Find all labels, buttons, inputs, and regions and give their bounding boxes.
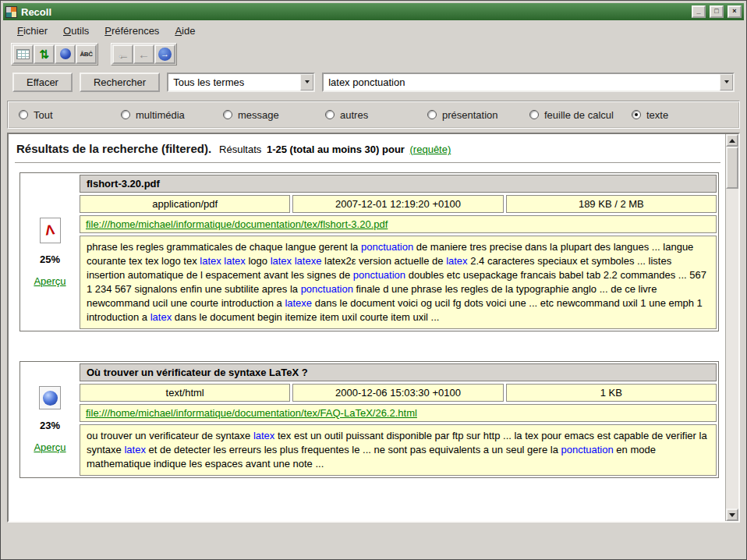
result-url-row: file:///home/michael/informatique/docume… bbox=[80, 404, 717, 422]
next-page-button[interactable]: → bbox=[154, 44, 175, 64]
menu-item-aide[interactable]: Aide bbox=[167, 23, 203, 39]
preview-link[interactable]: Aperçu bbox=[34, 441, 65, 453]
chevron-down-icon bbox=[724, 80, 729, 86]
window-title: Recoll bbox=[21, 6, 688, 18]
search-type-combo[interactable]: Tous les termes bbox=[167, 73, 315, 92]
filter-message[interactable]: message bbox=[223, 109, 325, 121]
filter-label: présentation bbox=[442, 109, 498, 121]
relevance-percent: 23% bbox=[40, 420, 60, 431]
search-row: Effacer Rechercher Tous les termes bbox=[3, 67, 744, 97]
radio-icon bbox=[325, 110, 335, 119]
titlebar[interactable]: Recoll _ □ × bbox=[3, 3, 744, 20]
left-arrow-icon: ← bbox=[138, 48, 150, 60]
filter-texte[interactable]: texte bbox=[632, 109, 668, 121]
toolbar-group-nav: ← ← → bbox=[111, 43, 177, 66]
combo-dropdown-button[interactable] bbox=[300, 74, 313, 90]
result-abstract: ou trouver un verificateur de syntaxe la… bbox=[80, 424, 717, 476]
app-icon bbox=[5, 6, 17, 18]
result-mime: application/pdf bbox=[80, 195, 290, 213]
pdf-file-icon: Λ bbox=[40, 218, 61, 243]
chevron-down-icon bbox=[305, 80, 310, 86]
vertical-scrollbar bbox=[725, 134, 738, 521]
term-explorer-button[interactable]: ÂBĈ bbox=[76, 44, 97, 64]
result-url-link[interactable]: file:///home/michael/informatique/docume… bbox=[86, 218, 388, 230]
relevance-percent: 25% bbox=[40, 253, 60, 265]
filter-panel: Toutmultimédiamessageautresprésentationf… bbox=[7, 101, 740, 129]
history-button[interactable] bbox=[55, 44, 76, 64]
result-url-link[interactable]: file:///home/michael/informatique/docume… bbox=[86, 407, 417, 419]
filter-label: texte bbox=[646, 109, 668, 121]
result-side-panel: 23% Aperçu bbox=[22, 363, 78, 476]
results-summary-prefix: Résultats bbox=[219, 144, 261, 155]
radio-icon bbox=[121, 110, 130, 119]
table-icon bbox=[16, 49, 30, 59]
file-icon: Λ bbox=[40, 218, 61, 243]
recoll-window: Recoll _ □ × Fichier Outils Préférences … bbox=[0, 0, 747, 560]
results-header: Résultats de la recherche (filtered). Ré… bbox=[15, 137, 720, 163]
globe-icon bbox=[43, 391, 58, 406]
search-button[interactable]: Rechercher bbox=[80, 73, 160, 92]
acrobat-glyph-icon: Λ bbox=[44, 222, 56, 239]
radio-icon bbox=[19, 110, 28, 119]
results-summary: Résultats 1-25 (total au moins 30) pour … bbox=[219, 144, 451, 155]
menu-item-outils[interactable]: Outils bbox=[55, 23, 97, 39]
result-main: Où trouver un vérificateur de syntaxe La… bbox=[80, 363, 717, 476]
radio-icon bbox=[632, 110, 641, 119]
result-meta-row: application/pdf 2007-12-01 12:19:20 +010… bbox=[80, 195, 717, 213]
scrollbar-track[interactable] bbox=[726, 189, 738, 509]
radio-icon bbox=[529, 110, 539, 119]
filter-label: multimédia bbox=[136, 109, 185, 121]
menu-item-preferences[interactable]: Préférences bbox=[97, 23, 167, 39]
filter-label: Tout bbox=[34, 109, 53, 121]
result-size: 1 KB bbox=[506, 384, 717, 402]
result-title: Où trouver un vérificateur de syntaxe La… bbox=[80, 363, 717, 381]
clear-button[interactable]: Effacer bbox=[12, 73, 73, 92]
result-side-panel: Λ 25% Aperçu bbox=[22, 175, 78, 329]
first-page-button[interactable]: ← bbox=[112, 44, 133, 64]
scroll-down-button[interactable] bbox=[726, 509, 738, 521]
filter-multimedia[interactable]: multimédia bbox=[121, 109, 223, 121]
filter-tout[interactable]: Tout bbox=[19, 109, 121, 121]
filter-label: message bbox=[238, 109, 279, 121]
results-pane: Résultats de la recherche (filtered). Ré… bbox=[7, 133, 740, 523]
filter-autres[interactable]: autres bbox=[325, 109, 427, 121]
query-link[interactable]: (requête) bbox=[410, 144, 451, 155]
filter-row: Toutmultimédiamessageautresprésentationf… bbox=[3, 97, 744, 133]
preview-link[interactable]: Aperçu bbox=[34, 275, 65, 287]
clear-search-button[interactable] bbox=[12, 44, 34, 64]
toolbar-group-main: ⇅ ÂBĈ bbox=[11, 43, 98, 66]
close-button[interactable]: × bbox=[728, 5, 742, 18]
result-url-row: file:///home/michael/informatique/docume… bbox=[80, 215, 717, 233]
scroll-up-button[interactable] bbox=[726, 134, 738, 147]
radio-icon bbox=[427, 110, 437, 119]
scrollbar-thumb[interactable] bbox=[726, 147, 738, 189]
filter-label: feuille de calcul bbox=[544, 109, 614, 121]
menubar: Fichier Outils Préférences Aide bbox=[3, 20, 744, 41]
refresh-arrows-icon: ⇅ bbox=[39, 48, 49, 60]
filter-label: autres bbox=[340, 109, 368, 121]
toolbar: ⇅ ÂBĈ ← ← → bbox=[3, 41, 744, 67]
search-input[interactable] bbox=[324, 74, 720, 90]
result-size: 189 KB / 2 MB bbox=[506, 195, 717, 213]
maximize-button[interactable]: □ bbox=[710, 5, 724, 18]
filter-presentation[interactable]: présentation bbox=[427, 109, 529, 121]
prev-page-button[interactable]: ← bbox=[133, 44, 154, 64]
query-history-button[interactable] bbox=[720, 74, 733, 90]
right-arrow-icon: → bbox=[158, 48, 172, 61]
html-file-icon bbox=[39, 386, 61, 409]
result-item: Λ 25% Aperçu flshort-3.20.pdf applicatio… bbox=[19, 172, 719, 331]
result-title: flshort-3.20.pdf bbox=[80, 175, 717, 193]
update-index-button[interactable]: ⇅ bbox=[34, 44, 55, 64]
results-range: 1-25 (total au moins 30) pour bbox=[267, 144, 405, 155]
result-date: 2007-12-01 12:19:20 +0100 bbox=[292, 195, 503, 213]
triangle-down-icon bbox=[729, 513, 735, 520]
search-type-value: Tous les termes bbox=[168, 74, 300, 90]
filter-feuille-de-calcul[interactable]: feuille de calcul bbox=[529, 109, 632, 121]
radio-icon bbox=[223, 110, 232, 119]
menu-item-fichier[interactable]: Fichier bbox=[9, 23, 55, 39]
minimize-button[interactable]: _ bbox=[692, 5, 706, 18]
results-list: Résultats de la recherche (filtered). Ré… bbox=[9, 134, 725, 521]
result-abstract: phrase les regles grammaticales de chaqu… bbox=[80, 236, 717, 329]
result-date: 2000-12-06 15:03:30 +0100 bbox=[292, 384, 503, 402]
triangle-up-icon bbox=[729, 136, 735, 143]
